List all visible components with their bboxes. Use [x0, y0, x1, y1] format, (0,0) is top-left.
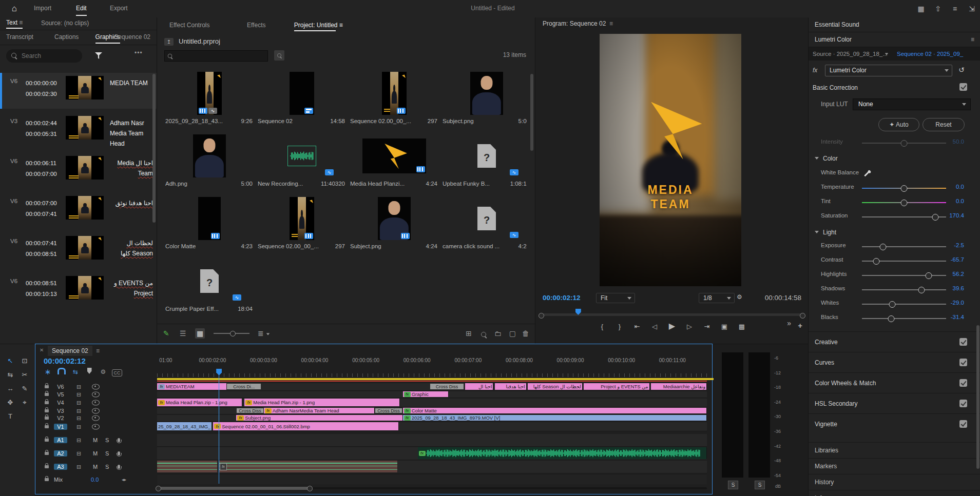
tab-effect-controls[interactable]: Effect Controls: [169, 17, 209, 33]
navigate-up-icon[interactable]: ↥: [164, 38, 174, 46]
go-to-in-button[interactable]: ⇤: [628, 323, 646, 330]
project-item[interactable]: Media Head Planzi...4:24: [349, 133, 439, 192]
section-color-wheels-match[interactable]: Color Wheels & Match: [809, 372, 980, 393]
source-patch-icon[interactable]: ⊟: [76, 408, 81, 414]
caption-text[interactable]: لحظات ال Season كلها: [110, 238, 153, 259]
track-lane[interactable]: fxMEDIATEAMCross Di...Cross Dissاحنا الا…: [157, 383, 707, 391]
hsl-secondary-checkbox[interactable]: [959, 400, 967, 407]
track-name[interactable]: V5: [54, 391, 67, 398]
zoom-handle-right[interactable]: [307, 486, 313, 491]
toggle-track-output-icon[interactable]: [92, 415, 100, 421]
track-lane[interactable]: [157, 434, 707, 447]
more-options-button[interactable]: •••: [134, 49, 143, 56]
track-lock-icon[interactable]: [45, 416, 49, 420]
slider-tint[interactable]: Tint 0.0: [809, 198, 980, 208]
hand-tool[interactable]: ✥: [4, 397, 16, 408]
transition-clip[interactable]: Cross Di...: [226, 383, 262, 390]
audio-meters-panel[interactable]: -6-12-18-24-30-36-42-48-54dB S S: [714, 344, 808, 496]
workspace-icon[interactable]: ▦: [914, 3, 928, 14]
top-tab-edit[interactable]: Edit: [71, 0, 92, 16]
timeline-settings-wrench-icon[interactable]: ⚙: [98, 368, 108, 376]
search-bins-icon[interactable]: [274, 50, 284, 61]
source-patch-icon[interactable]: ⊟: [76, 437, 81, 444]
track-header-a3[interactable]: A3⊟MS: [35, 461, 157, 473]
program-scrubber[interactable]: [540, 309, 804, 316]
go-to-out-button[interactable]: ⇥: [698, 323, 716, 330]
timeline-clip[interactable]: 25_09_28_18_43_IMG_8979.MOV: [157, 422, 212, 430]
timeline-clip[interactable]: احنا هدفنا: [495, 383, 527, 390]
curves-checkbox[interactable]: [959, 359, 967, 366]
track-lock-icon[interactable]: [45, 385, 49, 388]
project-scrollbar[interactable]: [530, 74, 533, 151]
automate-to-sequence-icon[interactable]: ⊞: [466, 328, 472, 339]
slider-blacks[interactable]: Blacks -31.4: [809, 314, 980, 324]
track-lane[interactable]: Cross DissfxAdham NasrMedia Team HeadCro…: [157, 408, 707, 414]
program-video-frame[interactable]: MEDIA TEAM: [600, 34, 741, 286]
home-icon[interactable]: ⌂: [5, 3, 24, 15]
tab-text[interactable]: Text ≡: [6, 19, 23, 29]
project-item-name[interactable]: Color Matte: [165, 243, 196, 249]
track-name[interactable]: A2: [54, 450, 67, 457]
source-patch-icon[interactable]: ⊟: [76, 464, 81, 470]
scrub-handle-left[interactable]: [539, 313, 544, 319]
creative-checkbox[interactable]: [959, 338, 967, 346]
playback-resolution-select[interactable]: 1/8: [699, 293, 735, 303]
project-search-input[interactable]: [176, 51, 265, 61]
project-item-name[interactable]: Sequence 02.00_00_...: [350, 118, 411, 124]
track-lock-icon[interactable]: [45, 452, 49, 455]
mix-value[interactable]: 0.0: [91, 477, 99, 483]
zoom-tool[interactable]: ⌖: [18, 397, 31, 408]
timeline-clip[interactable]: fxMedia Head Plan.zip - 1.png: [244, 399, 400, 406]
slider-saturation[interactable]: Saturation 170.4: [809, 212, 980, 223]
timeline-horizontal-scrollbar[interactable]: [157, 486, 707, 491]
transition-clip[interactable]: Cross Diss: [236, 408, 264, 413]
play-button[interactable]: ▶: [663, 321, 681, 331]
timeline-clip[interactable]: fxGraphic: [403, 391, 449, 397]
source-patch-icon[interactable]: ⊟: [76, 400, 81, 406]
source-patch-icon[interactable]: ⊟: [76, 423, 81, 430]
project-item[interactable]: ?∿Crumple Paper Eff...18:04: [164, 259, 255, 317]
track-header-v3[interactable]: V3⊟: [35, 408, 157, 414]
project-item[interactable]: Color Matte4:23: [164, 196, 255, 254]
mute-button[interactable]: M: [93, 464, 98, 470]
zoom-level-select[interactable]: Fit: [596, 293, 635, 303]
track-select-tool[interactable]: ⊡: [18, 355, 31, 367]
project-item-name[interactable]: Upbeat Funky B...: [443, 181, 490, 187]
slider-contrast[interactable]: Contrast -65.7: [809, 256, 980, 267]
text-panel-scrollbar[interactable]: [152, 74, 156, 223]
timeline-clip[interactable]: fx: [219, 461, 398, 472]
project-item[interactable]: Subject.png4:24: [349, 196, 439, 254]
project-item[interactable]: ∿2025_09_28_18_43...9:26: [164, 71, 255, 129]
track-lock-icon[interactable]: [45, 439, 49, 442]
timeline-clip[interactable]: احنا ال: [465, 383, 494, 390]
lift-button[interactable]: ▣: [716, 323, 733, 330]
project-item-name[interactable]: 2025_09_28_18_43...: [165, 118, 223, 124]
auto-button[interactable]: ✦ Auto: [878, 118, 919, 131]
slider-highlights[interactable]: Highlights 56.2: [809, 271, 980, 281]
solo-button[interactable]: S: [105, 450, 109, 457]
timeline-clip[interactable]: لحظات ال Season كلها: [528, 383, 583, 390]
timeline-playhead-line[interactable]: [219, 369, 219, 484]
section-curves[interactable]: Curves: [809, 352, 980, 373]
track-header-v4[interactable]: V4⊟: [35, 399, 157, 407]
track-lane[interactable]: fx: [157, 461, 707, 473]
add-marker-icon[interactable]: [84, 368, 94, 376]
voiceover-mic-icon[interactable]: [118, 451, 120, 455]
track-lane[interactable]: fx: [157, 447, 707, 460]
tab-project-untitled[interactable]: Project: Untitled ≡: [294, 17, 343, 33]
project-item[interactable]: Subject.png5:00: [441, 71, 527, 129]
project-item-name[interactable]: camera click sound ...: [443, 243, 499, 249]
track-lane[interactable]: fxMedia Head Plan.zip - 1.pngfxMedia Hea…: [157, 399, 707, 407]
timeline-clip[interactable]: fxColor Matte: [403, 408, 707, 413]
color-wheels-match-checkbox[interactable]: [959, 379, 967, 387]
caption-text[interactable]: احنا ال Media Team: [110, 158, 153, 178]
track-name[interactable]: V1: [54, 424, 67, 430]
track-name[interactable]: V6: [54, 384, 67, 390]
basic-correction-checkbox[interactable]: [959, 83, 967, 91]
slip-tool[interactable]: ↔: [4, 383, 16, 394]
project-item-name[interactable]: Adh.png: [165, 181, 187, 187]
project-item-name[interactable]: Sequence 02.00_00_...: [258, 243, 319, 249]
slider-exposure[interactable]: Exposure -2.5: [809, 242, 980, 252]
track-name[interactable]: V4: [54, 400, 67, 406]
mark-in-button[interactable]: {: [593, 323, 611, 330]
